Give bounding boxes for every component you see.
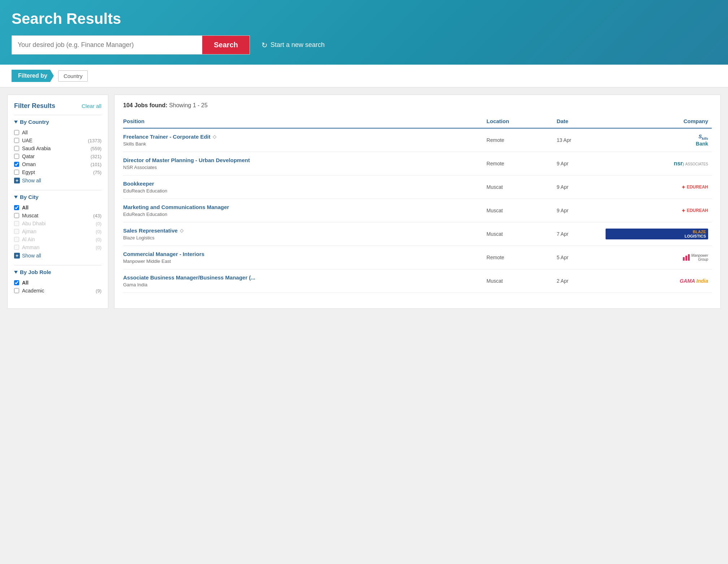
job-location: Remote (486, 152, 556, 175)
list-item: Saudi Arabia (559) (14, 144, 101, 152)
filter-section-city: By City All Muscat (43) Abu Dhabi (14, 194, 101, 259)
by-country-title[interactable]: By Country (14, 119, 101, 125)
job-title-link[interactable]: Associate Business Manager/Business Mana… (123, 274, 483, 281)
city-muscat-label: Muscat (22, 213, 38, 218)
company-logo-cell: ✦EDUREAH (606, 199, 712, 222)
jobrole-all-checkbox[interactable] (14, 280, 19, 285)
list-item: Egypt (75) (14, 168, 101, 176)
city-alain-count: (0) (96, 237, 101, 242)
job-title-link[interactable]: Freelance Trainer - Corporate Edit◇ (123, 134, 483, 140)
city-show-all-button[interactable]: + Show all (14, 253, 101, 259)
city-muscat-checkbox[interactable] (14, 213, 19, 218)
city-all-label: All (22, 205, 29, 211)
company-logo: nsr) ASSOCIATES (606, 160, 708, 167)
col-location: Location (486, 115, 556, 128)
table-row: Director of Master Planning - Urban Deve… (123, 152, 712, 175)
clear-all-link[interactable]: Clear all (82, 103, 101, 109)
job-date: 7 Apr (556, 222, 605, 246)
show-all-label: Show all (22, 178, 41, 183)
search-input-wrap: Search (12, 35, 250, 55)
job-date: 9 Apr (556, 175, 605, 199)
job-title-link[interactable]: Commercial Manager - Interiors (123, 251, 483, 257)
job-title-link[interactable]: Sales Representative◇ (123, 227, 483, 234)
list-item: Muscat (43) (14, 212, 101, 220)
sidebar-divider-2 (14, 190, 101, 190)
country-all-checkbox[interactable] (14, 130, 19, 135)
company-logo-cell: GAMA India (606, 269, 712, 293)
city-all-checkbox[interactable] (14, 205, 19, 210)
filter-section-country: By Country All UAE (1373) Saudi Arabia (14, 119, 101, 183)
sidebar-divider (14, 115, 101, 115)
city-abudhabi-checkbox[interactable] (14, 221, 19, 226)
new-search-link[interactable]: ↻ Start a new search (261, 41, 325, 49)
jobrole-academic-count: (9) (96, 288, 101, 294)
list-item: Amman (0) (14, 243, 101, 251)
jobrole-academic-label: Academic (22, 288, 44, 294)
country-egypt-checkbox[interactable] (14, 170, 19, 175)
filter-section-jobrole: By Job Role All Academic (9) (14, 269, 101, 295)
country-egypt-count: (75) (93, 170, 101, 175)
city-ajman-label: Ajman (22, 229, 36, 234)
job-company: Blaze Logistics (123, 235, 483, 240)
page-header: Search Results Search ↻ Start a new sear… (0, 0, 728, 65)
job-position-cell: Director of Master Planning - Urban Deve… (123, 152, 486, 175)
company-logo-cell: ✦EDUREAH (606, 175, 712, 199)
triangle-down-icon (14, 196, 18, 199)
country-qatar-checkbox[interactable] (14, 154, 19, 159)
results-summary: 104 Jobs found: Showing 1 - 25 (123, 102, 712, 109)
table-row: Sales Representative◇Blaze LogisticsMusc… (123, 222, 712, 246)
list-item: Oman (101) (14, 160, 101, 168)
country-all-label: All (22, 130, 28, 135)
premium-icon: ◇ (213, 134, 216, 139)
job-title-link[interactable]: Bookkeeper (123, 181, 483, 187)
main-content: Filter Results Clear all By Country All … (0, 87, 728, 316)
search-button[interactable]: Search (202, 36, 250, 54)
list-item: Al Ain (0) (14, 235, 101, 243)
filtered-by-label: Filtered by (12, 70, 54, 82)
list-item: All (14, 279, 101, 287)
country-uae-checkbox[interactable] (14, 138, 19, 143)
table-row: Freelance Trainer - Corporate Edit◇Skill… (123, 128, 712, 152)
list-item: Abu Dhabi (0) (14, 220, 101, 227)
table-row: BookkeeperEduReach EducationMuscat9 Apr✦… (123, 175, 712, 199)
country-show-all-button[interactable]: + Show all (14, 178, 101, 183)
job-title-link[interactable]: Director of Master Planning - Urban Deve… (123, 157, 483, 163)
by-city-title[interactable]: By City (14, 194, 101, 200)
job-title-link[interactable]: Marketing and Communications Manager (123, 204, 483, 210)
table-row: Associate Business Manager/Business Mana… (123, 269, 712, 293)
filtered-by-bar: Filtered by Country (0, 65, 728, 87)
company-logo-cell: BLAZELOGISTICS (606, 222, 712, 246)
by-jobrole-title[interactable]: By Job Role (14, 269, 101, 275)
job-position-cell: Marketing and Communications ManagerEduR… (123, 199, 486, 222)
job-position-cell: Freelance Trainer - Corporate Edit◇Skill… (123, 128, 486, 152)
country-saudiarabia-checkbox[interactable] (14, 146, 19, 151)
job-company: Manpower Middle East (123, 259, 483, 264)
search-input[interactable] (12, 36, 202, 54)
company-logo-cell: ManpowerGroup (606, 246, 712, 269)
city-ajman-checkbox[interactable] (14, 229, 19, 234)
refresh-icon: ↻ (261, 41, 268, 49)
company-logo: ManpowerGroup (606, 253, 708, 261)
list-item: All (14, 204, 101, 212)
table-header-row: Position Location Date Company (123, 115, 712, 128)
city-amman-checkbox[interactable] (14, 245, 19, 250)
job-company: EduReach Education (123, 212, 483, 217)
job-location: Muscat (486, 269, 556, 293)
jobrole-academic-checkbox[interactable] (14, 288, 19, 293)
country-saudiarabia-label: Saudi Arabia (22, 146, 51, 151)
job-position-cell: Sales Representative◇Blaze Logistics (123, 222, 486, 246)
job-date: 9 Apr (556, 199, 605, 222)
results-total: 104 Jobs found: (123, 102, 168, 108)
country-uae-count: (1373) (88, 138, 101, 143)
company-logo: SkillsBank (606, 134, 708, 147)
company-logo: ✦EDUREAH (606, 207, 708, 214)
list-item: All (14, 129, 101, 136)
job-date: 9 Apr (556, 152, 605, 175)
results-table: Position Location Date Company Freelance… (123, 115, 712, 293)
job-location: Muscat (486, 175, 556, 199)
country-oman-checkbox[interactable] (14, 162, 19, 167)
job-location: Remote (486, 128, 556, 152)
country-filter-tag[interactable]: Country (58, 70, 88, 82)
city-ajman-count: (0) (96, 229, 101, 234)
city-alain-checkbox[interactable] (14, 237, 19, 242)
